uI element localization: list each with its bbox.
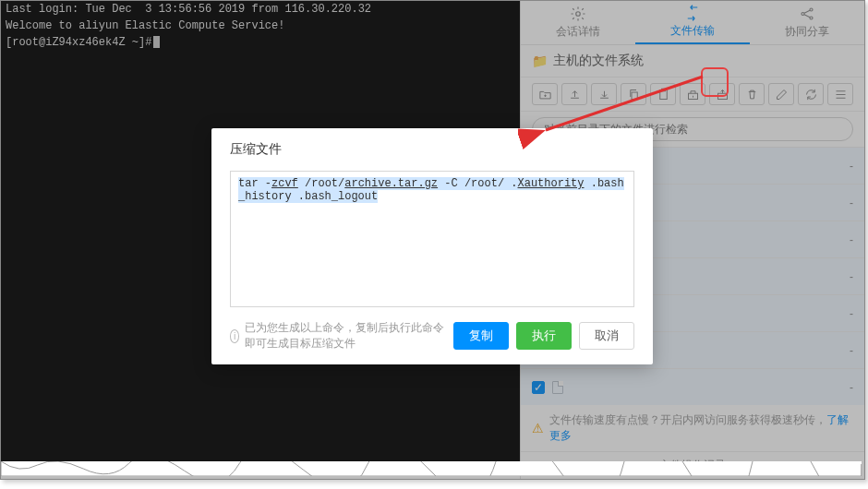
svg-point-2	[810, 8, 813, 11]
upload-button[interactable]	[561, 83, 587, 105]
file-size: -	[850, 197, 853, 209]
file-row[interactable]: ✓-	[521, 369, 864, 405]
transfer-notice: ⚠ 文件传输速度有点慢？开启内网访问服务获得极速秒传，了解更多	[521, 405, 864, 451]
run-button[interactable]: 执行	[516, 322, 572, 350]
cursor-icon	[153, 36, 160, 48]
compress-button[interactable]	[680, 83, 705, 105]
compress-modal: 压缩文件 tar -zcvf /root/archive.tar.gz -C /…	[211, 128, 653, 364]
file-toolbar	[521, 78, 864, 112]
svg-rect-8	[717, 93, 727, 99]
side-tabs: 会话详情 文件传输 协同分享	[521, 1, 864, 45]
refresh-button[interactable]	[798, 83, 824, 105]
svg-point-3	[810, 17, 813, 19]
svg-point-1	[802, 13, 804, 16]
folder-icon: 📁	[532, 54, 548, 68]
warning-icon: ⚠	[532, 421, 544, 435]
tab-label: 会话详情	[556, 24, 600, 40]
edit-button[interactable]	[768, 83, 794, 105]
tab-label: 协同分享	[785, 24, 829, 40]
file-size: -	[850, 233, 853, 246]
file-size: -	[850, 270, 853, 283]
command-textarea[interactable]: tar -zcvf /root/archive.tar.gz -C /root/…	[230, 171, 634, 307]
download-button[interactable]	[591, 83, 617, 105]
transfer-icon	[684, 5, 701, 21]
modal-title: 压缩文件	[211, 128, 653, 171]
file-size: -	[850, 160, 853, 173]
section-title: 📁 主机的文件系统	[521, 45, 864, 78]
svg-point-0	[576, 12, 581, 17]
modal-hint: i 已为您生成以上命令，复制后执行此命令即可生成目标压缩文件	[230, 320, 446, 352]
notice-text: 文件传输速度有点慢？开启内网访问服务获得极速秒传，	[549, 413, 826, 426]
terminal-line: Last login: Tue Dec 3 13:56:56 2019 from…	[6, 1, 515, 18]
file-size: -	[850, 344, 853, 357]
tab-label: 文件传输	[670, 23, 715, 39]
copy-button[interactable]	[621, 83, 646, 105]
file-size: -	[850, 307, 853, 320]
copy-button[interactable]: 复制	[453, 322, 509, 350]
torn-edge-decoration	[1, 461, 862, 476]
share-icon	[799, 6, 815, 22]
paste-button[interactable]	[650, 83, 676, 105]
list-view-button[interactable]	[827, 83, 853, 105]
file-icon	[552, 381, 563, 394]
tab-share[interactable]: 协同分享	[750, 1, 864, 44]
extract-button[interactable]	[709, 83, 735, 105]
file-checkbox[interactable]: ✓	[532, 381, 545, 394]
svg-rect-4	[632, 92, 637, 100]
terminal-prompt: [root@iZ94xz46ek4Z ~]#	[6, 34, 515, 51]
new-folder-button[interactable]	[532, 83, 558, 105]
tab-file-transfer[interactable]: 文件传输	[635, 1, 750, 44]
gear-icon	[570, 6, 586, 22]
tab-session-details[interactable]: 会话详情	[521, 1, 635, 44]
cancel-button[interactable]: 取消	[579, 322, 634, 350]
file-size: -	[850, 381, 853, 394]
delete-button[interactable]	[739, 83, 765, 105]
terminal-line: Welcome to aliyun Elastic Compute Servic…	[6, 18, 515, 34]
info-icon: i	[230, 329, 239, 343]
